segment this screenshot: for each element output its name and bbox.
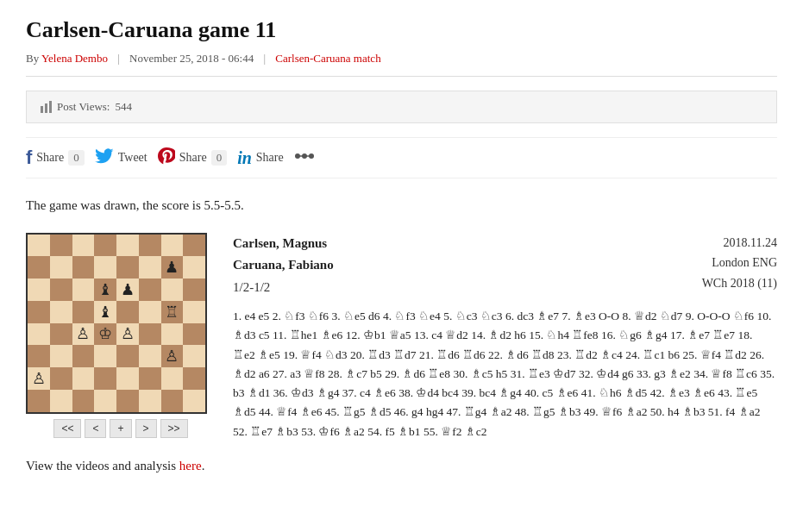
facebook-label: Share xyxy=(36,151,64,165)
post-views-bar: Post Views: 544 xyxy=(26,91,777,123)
chess-cell xyxy=(72,235,95,257)
chess-cell xyxy=(116,367,139,390)
pinterest-label: Share xyxy=(179,151,207,165)
chess-board-wrapper: ♟♝♟♝♖♙♔♙♙♙ << < + > >> xyxy=(26,233,216,438)
chess-cell xyxy=(116,256,139,279)
footer-link[interactable]: here xyxy=(179,459,202,473)
chess-cell xyxy=(94,256,116,279)
twitter-share-button[interactable]: Tweet xyxy=(95,148,147,168)
post-views-count: 544 xyxy=(115,100,132,114)
chess-cell xyxy=(183,367,205,390)
byline-match-link[interactable]: Carlsen-Caruana match xyxy=(275,52,380,65)
chess-cell: ♖ xyxy=(161,301,184,323)
moves-text: 1. e4 e5 2. ♘f3 ♘f6 3. ♘e5 d6 4. ♘f3 ♘e4… xyxy=(233,307,777,441)
chess-cell xyxy=(161,367,184,390)
chess-cell xyxy=(161,390,184,412)
chess-cell xyxy=(94,235,116,257)
chess-cell xyxy=(116,390,139,412)
pinterest-share-button[interactable]: Share 0 xyxy=(158,147,227,169)
chess-cell xyxy=(139,279,161,301)
page-title: Carlsen-Caruana game 11 xyxy=(26,17,777,43)
facebook-share-button[interactable]: f Share 0 xyxy=(26,147,85,169)
twitter-icon xyxy=(95,148,114,168)
chess-cell xyxy=(28,390,50,412)
chess-cell xyxy=(183,235,205,257)
game-date: 2018.11.24 xyxy=(702,233,777,253)
chess-cell xyxy=(183,256,205,279)
chess-cell xyxy=(28,301,50,323)
game-result: 1/2-1/2 xyxy=(233,277,334,299)
game-site: London ENG xyxy=(702,253,777,273)
chess-cell xyxy=(139,367,161,390)
players-right: 2018.11.24 London ENG WCh 2018 (11) xyxy=(702,233,777,294)
chess-cell: ♙ xyxy=(161,345,184,367)
pinterest-count: 0 xyxy=(211,150,228,166)
chess-cell xyxy=(72,345,95,367)
chess-cell xyxy=(50,323,72,346)
chess-cell: ♟ xyxy=(116,279,139,301)
chess-cell xyxy=(183,390,205,412)
black-player: Caruana, Fabiano xyxy=(233,254,334,277)
chess-cell xyxy=(183,323,205,346)
chess-board: ♟♝♟♝♖♙♔♙♙♙ xyxy=(26,233,207,414)
board-add-button[interactable]: + xyxy=(110,419,131,438)
chess-cell xyxy=(183,345,205,367)
chess-cell: ♙ xyxy=(116,323,139,346)
intro-text: The game was drawn, the score is 5.5-5.5… xyxy=(26,196,777,216)
linkedin-icon: in xyxy=(237,148,252,168)
chess-cell xyxy=(28,256,50,279)
chess-cell xyxy=(50,301,72,323)
twitter-label: Tweet xyxy=(118,151,147,165)
chess-cell xyxy=(50,256,72,279)
board-prev-button[interactable]: < xyxy=(85,419,106,438)
chess-cell: ♔ xyxy=(94,323,116,346)
chess-cell xyxy=(28,235,50,257)
chess-cell xyxy=(116,345,139,367)
chess-cell xyxy=(50,235,72,257)
chess-cell xyxy=(139,345,161,367)
chess-cell xyxy=(72,367,95,390)
chess-cell: ♙ xyxy=(28,367,50,390)
share-dots-icon xyxy=(294,149,315,167)
chess-cell xyxy=(116,235,139,257)
players-header: Carlsen, Magnus Caruana, Fabiano 1/2-1/2… xyxy=(233,233,777,299)
byline-author[interactable]: Yelena Dembo xyxy=(41,52,108,65)
board-controls: << < + > >> xyxy=(26,419,216,438)
social-share-bar: f Share 0 Tweet Share 0 in Share xyxy=(26,137,777,178)
chess-cell xyxy=(139,256,161,279)
chess-cell xyxy=(72,279,95,301)
chess-cell xyxy=(139,301,161,323)
board-last-button[interactable]: >> xyxy=(160,419,188,438)
game-container: ♟♝♟♝♖♙♔♙♙♙ << < + > >> Carlsen, Magnus C… xyxy=(26,233,777,441)
pinterest-icon xyxy=(158,147,175,169)
byline-by: By xyxy=(26,52,39,65)
chess-cell xyxy=(183,301,205,323)
more-share-button[interactable] xyxy=(294,149,315,167)
board-first-button[interactable]: << xyxy=(53,419,81,438)
byline-separator: | xyxy=(117,52,120,65)
byline-separator2: | xyxy=(263,52,266,65)
chess-cell xyxy=(94,345,116,367)
chess-cell xyxy=(139,390,161,412)
chess-cell xyxy=(72,390,95,412)
chess-cell xyxy=(161,323,184,346)
chess-cell xyxy=(50,279,72,301)
linkedin-share-button[interactable]: in Share xyxy=(237,148,284,168)
chess-cell xyxy=(183,279,205,301)
byline: By Yelena Dembo | November 25, 2018 - 06… xyxy=(26,52,777,77)
game-info: Carlsen, Magnus Caruana, Fabiano 1/2-1/2… xyxy=(233,233,777,441)
facebook-count: 0 xyxy=(68,150,85,166)
chess-cell xyxy=(50,390,72,412)
chess-cell xyxy=(50,367,72,390)
byline-date: November 25, 2018 - 06:44 xyxy=(129,52,254,65)
board-next-button[interactable]: > xyxy=(135,419,157,438)
chess-cell xyxy=(28,323,50,346)
chess-cell xyxy=(50,345,72,367)
chess-cell: ♟ xyxy=(161,256,184,279)
chess-cell xyxy=(72,301,95,323)
white-player: Carlsen, Magnus xyxy=(233,233,334,255)
chess-cell xyxy=(94,367,116,390)
chess-cell xyxy=(72,256,95,279)
chess-cell xyxy=(28,279,50,301)
chess-cell xyxy=(28,345,50,367)
